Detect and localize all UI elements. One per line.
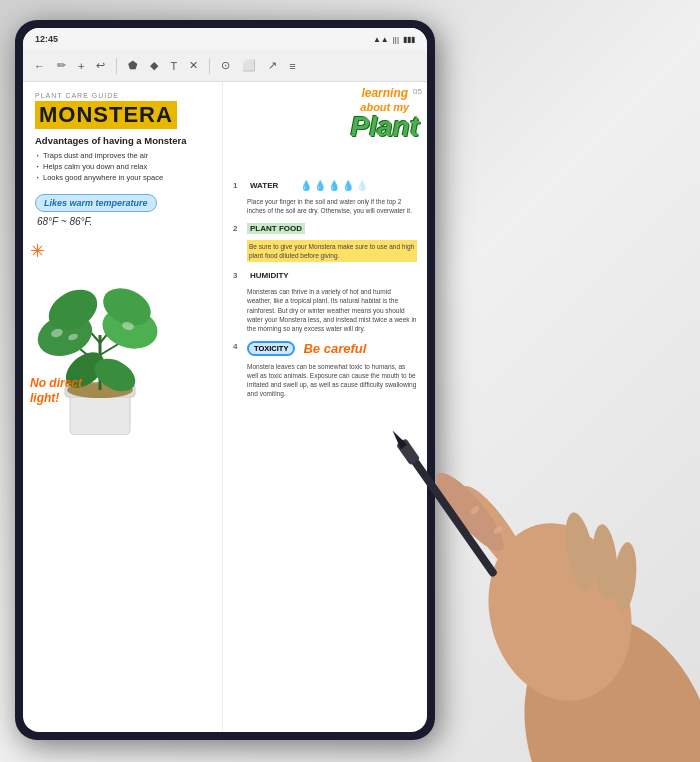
plant-food-number: 2 [233,224,243,233]
toxicity-number: 4 [233,342,243,351]
temp-range: 68°F ~ 86°F. [35,216,212,227]
water-number: 1 [233,181,243,190]
drop-3: 💧 [328,180,340,191]
wifi-icon: ▲▲ [373,35,389,44]
status-time: 12:45 [35,34,58,44]
shape-icon[interactable]: ⬟ [125,57,141,74]
humidity-title: HUMIDITY [247,270,292,281]
plant-food-title: PLANT FOOD [247,223,305,234]
advantage-3: Looks good anywhere in your space [35,173,212,182]
advantage-1: Traps dust and improves the air [35,151,212,160]
sunstar-icon: ✳ [30,240,45,262]
eraser-icon[interactable]: ◆ [147,57,161,74]
toolbar[interactable]: ← ✏ + ↩ ⬟ ◆ T ✕ ⊙ ⬜ ↗ ≡ [23,50,427,82]
humidity-number: 3 [233,271,243,280]
share-icon[interactable]: ↗ [265,57,280,74]
menu-icon[interactable]: ≡ [286,58,298,74]
battery-icon: ▮▮▮ [403,35,415,44]
drop-1: 💧 [300,180,312,191]
advantages-list: Traps dust and improves the air Helps ca… [35,151,212,182]
toxicity-badge: TOXICITY [247,341,295,356]
plant-svg [35,235,165,435]
monstera-title: MONSTERA [35,101,177,129]
square-icon[interactable]: ⬜ [239,57,259,74]
hand-svg [340,262,700,762]
plant-food-section: 2 PLANT FOOD [233,223,417,234]
water-section: 1 WATER 💧 💧 💧 💧 💧 [233,180,417,191]
text-icon[interactable]: T [167,58,180,74]
plant-big-word: Plant [351,113,419,141]
water-text: Place your finger in the soil and water … [247,197,417,215]
plant-care-label: PLANT CARE GUIDE [35,92,212,99]
handwritten-title-area: learning about my Plant [351,87,419,141]
status-icons: ▲▲ ||| ▮▮▮ [373,35,415,44]
drop-2: 💧 [314,180,326,191]
circle-icon[interactable]: ⊙ [218,57,233,74]
hand-stylus-area [340,262,700,762]
close-icon[interactable]: ✕ [186,57,201,74]
warm-temp-badge: Likes warm temperature [35,194,157,212]
undo-icon[interactable]: ↩ [93,57,108,74]
add-icon[interactable]: + [75,58,87,74]
no-direct-light-text: No directlight! [30,376,82,405]
scene: 12:45 ▲▲ ||| ▮▮▮ ← ✏ + ↩ ⬟ ◆ T ✕ ⊙ [0,0,700,762]
back-icon[interactable]: ← [31,58,48,74]
water-title: WATER [247,180,292,191]
sep2 [209,58,210,74]
learning-text: learning [351,87,419,101]
signal-icon: ||| [393,35,399,44]
left-panel: PLANT CARE GUIDE MONSTERA Advantages of … [23,82,223,732]
advantage-2: Helps calm you down and relax [35,162,212,171]
sep1 [116,58,117,74]
drop-5: 💧 [356,180,368,191]
drop-4: 💧 [342,180,354,191]
plant-image: ✳ [35,235,165,435]
status-bar: 12:45 ▲▲ ||| ▮▮▮ [23,28,427,50]
pen-icon[interactable]: ✏ [54,57,69,74]
advantages-heading: Advantages of having a Monstera [35,135,212,146]
water-drops: 💧 💧 💧 💧 💧 [300,180,368,191]
plant-food-text: Be sure to give your Monstera make sure … [247,240,417,262]
